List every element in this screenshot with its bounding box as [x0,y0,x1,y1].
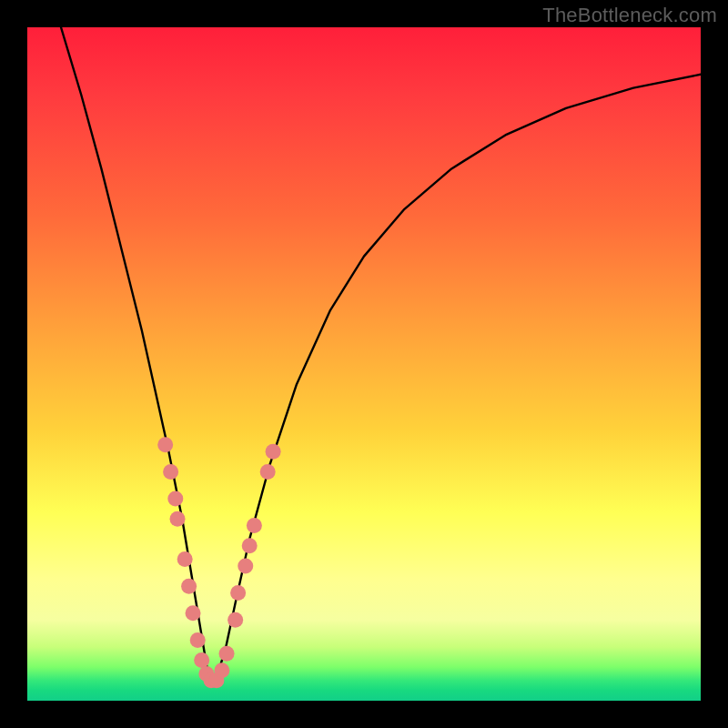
highlight-dot [167,491,183,507]
highlight-dot [230,585,246,601]
highlight-dot [157,437,173,452]
highlight-dots [157,437,280,688]
bottleneck-curve [61,27,701,681]
highlight-dot [260,464,276,480]
chart-frame: TheBottleneck.com [0,0,728,728]
watermark-text: TheBottleneck.com [542,4,717,27]
highlight-dot [242,538,258,553]
highlight-dot [194,652,209,668]
highlight-dot [186,605,201,621]
highlight-dot [266,444,281,460]
highlight-dot [247,518,262,533]
highlight-dot [177,551,193,567]
curve-layer [27,27,701,701]
highlight-dot [228,612,243,628]
plot-area [27,27,701,701]
highlight-dot [214,662,229,678]
highlight-dot [163,464,178,480]
highlight-dot [181,579,197,594]
highlight-dot [170,511,186,527]
highlight-dot [238,559,253,574]
highlight-dot [190,632,206,648]
highlight-dot [219,646,235,662]
